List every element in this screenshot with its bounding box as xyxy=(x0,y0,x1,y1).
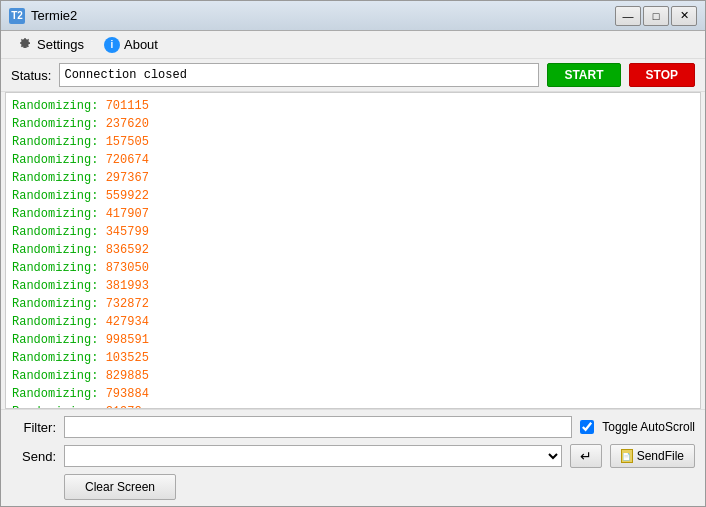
terminal-line: Randomizing: 157505 xyxy=(12,133,694,151)
terminal-line: Randomizing: 836592 xyxy=(12,241,694,259)
line-val: 998591 xyxy=(106,333,149,347)
settings-menu[interactable]: Settings xyxy=(9,34,92,56)
autoscroll-label[interactable]: Toggle AutoScroll xyxy=(602,420,695,434)
line-key: Randomizing: xyxy=(12,279,98,293)
line-val: 237620 xyxy=(106,117,149,131)
terminal-line: Randomizing: 701115 xyxy=(12,97,694,115)
line-key: Randomizing: xyxy=(12,333,98,347)
line-val: 836592 xyxy=(106,243,149,257)
clear-button[interactable]: Clear Screen xyxy=(64,474,176,500)
terminal-line: Randomizing: 732872 xyxy=(12,295,694,313)
file-icon: 📄 xyxy=(621,449,633,463)
terminal-line: Randomizing: 829885 xyxy=(12,367,694,385)
terminal-line: Randomizing: 559922 xyxy=(12,187,694,205)
terminal-line: Randomizing: 427934 xyxy=(12,313,694,331)
maximize-button[interactable]: □ xyxy=(643,6,669,26)
line-key: Randomizing: xyxy=(12,369,98,383)
line-val: 297367 xyxy=(106,171,149,185)
start-button[interactable]: START xyxy=(547,63,620,87)
line-val: 417907 xyxy=(106,207,149,221)
line-key: Randomizing: xyxy=(12,351,98,365)
line-val: 701115 xyxy=(106,99,149,113)
line-val: 381993 xyxy=(106,279,149,293)
terminal-line: Randomizing: 998591 xyxy=(12,331,694,349)
line-val: 345799 xyxy=(106,225,149,239)
line-key: Randomizing: xyxy=(12,117,98,131)
line-key: Randomizing: xyxy=(12,225,98,239)
line-key: Randomizing: xyxy=(12,153,98,167)
line-key: Randomizing: xyxy=(12,135,98,149)
line-key: Randomizing: xyxy=(12,171,98,185)
line-key: Randomizing: xyxy=(12,207,98,221)
about-menu[interactable]: i About xyxy=(96,34,166,56)
filter-label: Filter: xyxy=(11,420,56,435)
clear-row: Clear Screen xyxy=(11,474,695,500)
line-key: Randomizing: xyxy=(12,243,98,257)
terminal-line: Randomizing: 417907 xyxy=(12,205,694,223)
line-key: Randomizing: xyxy=(12,99,98,113)
minimize-button[interactable]: — xyxy=(615,6,641,26)
main-window: T2 Termie2 — □ ✕ Settings i About Status… xyxy=(0,0,706,507)
window-title: Termie2 xyxy=(31,8,615,23)
close-button[interactable]: ✕ xyxy=(671,6,697,26)
gear-icon xyxy=(17,37,33,53)
terminal-line: Randomizing: 297367 xyxy=(12,169,694,187)
status-input[interactable] xyxy=(59,63,539,87)
settings-label: Settings xyxy=(37,37,84,52)
terminal-line: Randomizing: 720674 xyxy=(12,151,694,169)
terminal-line: Randomizing: 381993 xyxy=(12,277,694,295)
enter-button[interactable]: ↵ xyxy=(570,444,602,468)
sendfile-button[interactable]: 📄 SendFile xyxy=(610,444,695,468)
send-row: Send: ↵ 📄 SendFile xyxy=(11,444,695,468)
autoscroll-checkbox[interactable] xyxy=(580,420,594,434)
window-controls: — □ ✕ xyxy=(615,6,697,26)
filter-input[interactable] xyxy=(64,416,572,438)
status-bar: Status: START STOP xyxy=(1,59,705,92)
line-val: 793884 xyxy=(106,387,149,401)
title-bar: T2 Termie2 — □ ✕ xyxy=(1,1,705,31)
send-select[interactable] xyxy=(64,445,562,467)
filter-row: Filter: Toggle AutoScroll xyxy=(11,416,695,438)
line-key: Randomizing: xyxy=(12,315,98,329)
app-icon: T2 xyxy=(9,8,25,24)
info-icon: i xyxy=(104,37,120,53)
line-val: 720674 xyxy=(106,153,149,167)
line-val: 559922 xyxy=(106,189,149,203)
stop-button[interactable]: STOP xyxy=(629,63,695,87)
send-label: Send: xyxy=(11,449,56,464)
terminal-line: Randomizing: 103525 xyxy=(12,349,694,367)
terminal-line: Randomizing: 237620 xyxy=(12,115,694,133)
terminal-line: Randomizing: 873050 xyxy=(12,259,694,277)
about-label: About xyxy=(124,37,158,52)
line-val: 732872 xyxy=(106,297,149,311)
line-key: Randomizing: xyxy=(12,261,98,275)
terminal-line: Randomizing: 793884 xyxy=(12,385,694,403)
terminal-line: Randomizing: 345799 xyxy=(12,223,694,241)
line-val: 157505 xyxy=(106,135,149,149)
bottom-controls: Filter: Toggle AutoScroll Send: ↵ 📄 Send… xyxy=(1,409,705,506)
line-val: 873050 xyxy=(106,261,149,275)
line-key: Randomizing: xyxy=(12,189,98,203)
line-val: 103525 xyxy=(106,351,149,365)
line-key: Randomizing: xyxy=(12,387,98,401)
line-val: 829885 xyxy=(106,369,149,383)
line-key: Randomizing: xyxy=(12,297,98,311)
line-val: 427934 xyxy=(106,315,149,329)
status-label: Status: xyxy=(11,68,51,83)
menu-bar: Settings i About xyxy=(1,31,705,59)
terminal-output: Randomizing: 701115Randomizing: 237620Ra… xyxy=(5,92,701,409)
